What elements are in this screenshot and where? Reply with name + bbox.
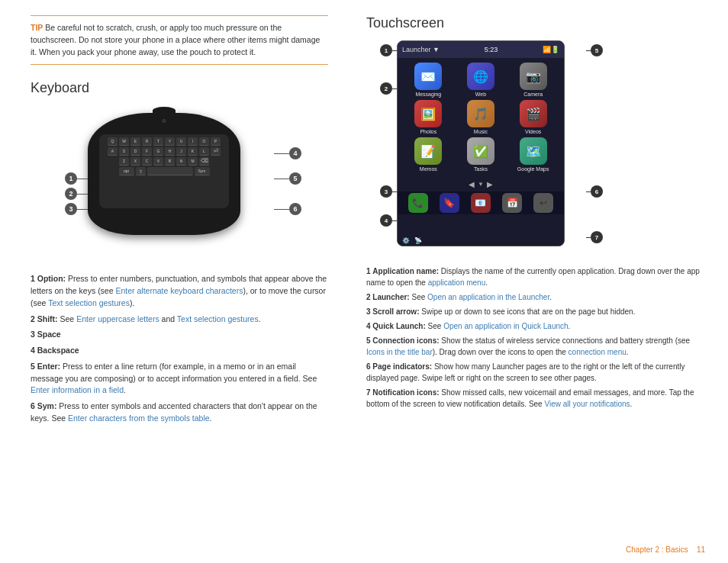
link-open-launcher[interactable]: Open an application in the Launcher	[427, 293, 549, 301]
scroll-indicator: ◀ ▼ ▶	[398, 176, 564, 191]
app-tasks: ✅ Tasks	[456, 137, 506, 172]
touchscreen-desc-list: 1 Application name: Displays the name of…	[366, 265, 705, 410]
tip-text: Be careful not to scratch, crush, or app…	[31, 23, 320, 56]
time-display: 5:23	[485, 46, 498, 53]
kb-item-6: 6 Sym: Press to enter symbols and accent…	[31, 401, 328, 425]
ql-calendar: 📅	[502, 193, 522, 213]
keyboard-image: Q W E R T Y U I O P A	[88, 113, 240, 235]
kb-item-5: 5 Enter: Press to enter a line return (f…	[31, 361, 328, 397]
sc-callout-7: 7	[591, 231, 603, 243]
ql-email: 📧	[471, 193, 491, 213]
kb-item-1: 1 Option: Press to enter numbers, punctu…	[31, 273, 328, 309]
keyboard-image-area: Q W E R T Y U I O P A	[34, 105, 324, 265]
sc-callout-1: 1	[380, 44, 392, 56]
page: TIP Be careful not to scratch, crush, or…	[0, 0, 728, 563]
link-uppercase[interactable]: Enter uppercase letters	[76, 314, 159, 323]
touchscreen-image-area: Launcher ▼ 5:23 📶🔋 ✉️ Messaging 🌐 Web	[366, 40, 610, 258]
ql-browser: 🔖	[440, 193, 459, 213]
link-notifications[interactable]: View all your notifications	[544, 400, 630, 408]
link-title-bar-icons[interactable]: Icons in the title bar	[366, 348, 433, 356]
link-text-selection-1[interactable]: Text selection gestures	[48, 298, 130, 307]
kb-item-3: 3 Space	[31, 329, 328, 341]
sc-callout-3: 3	[380, 185, 392, 198]
footer-page: 11	[697, 545, 705, 554]
keyboard-desc-list: 1 Option: Press to enter numbers, punctu…	[31, 273, 328, 424]
app-grid: ✉️ Messaging 🌐 Web 📷 Camera 🖼️ Photos	[398, 58, 564, 176]
ts-item-1: 1 Application name: Displays the name of…	[366, 265, 705, 288]
sc-callout-2: 2	[380, 82, 392, 95]
ts-item-7: 7 Notification icons: Show missed calls,…	[366, 387, 705, 410]
link-enter-info[interactable]: Enter information in a field	[31, 385, 124, 394]
app-web: 🌐 Web	[456, 63, 506, 97]
callout-1: 1	[65, 172, 77, 185]
link-connection-menu[interactable]: connection menu	[569, 348, 627, 356]
ql-back: ↩	[533, 193, 553, 213]
link-quick-launch[interactable]: Open an application in Quick Launch	[443, 322, 568, 330]
app-name-label: Launcher ▼	[402, 46, 440, 53]
app-messaging: ✉️ Messaging	[404, 63, 453, 97]
link-symbols-table[interactable]: Enter characters from the symbols table	[68, 413, 210, 423]
sc-callout-5: 5	[591, 44, 603, 56]
ts-item-5: 5 Connection icons: Show the status of w…	[366, 335, 705, 358]
ts-item-6: 6 Page indicators: Show how many Launche…	[366, 361, 705, 384]
app-camera: 📷 Camera	[508, 63, 558, 97]
app-music: 🎵 Music	[456, 100, 506, 134]
link-text-selection-2[interactable]: Text selection gestures	[177, 314, 259, 323]
page-footer: Chapter 2 : Basics 11	[626, 545, 705, 554]
ts-item-3: 3 Scroll arrow: Swipe up or down to see …	[366, 306, 705, 317]
tip-label: TIP	[31, 23, 43, 32]
sc-callout-6: 6	[591, 185, 603, 198]
touchscreen-heading: Touchscreen	[366, 15, 705, 31]
ts-item-2: 2 Launcher: See Open an application in t…	[366, 291, 705, 303]
phone-screen: Launcher ▼ 5:23 📶🔋 ✉️ Messaging 🌐 Web	[397, 40, 565, 246]
kb-item-2: 2 Shift: See Enter uppercase letters and…	[31, 314, 328, 326]
app-photos: 🖼️ Photos	[404, 100, 453, 134]
link-app-menu[interactable]: application menu	[428, 278, 486, 287]
right-column: Touchscreen Launcher ▼ 5:23 📶🔋 ✉️ Messag…	[351, 0, 728, 563]
ts-item-4: 4 Quick Launch: See Open an application …	[366, 320, 705, 332]
left-column: TIP Be careful not to scratch, crush, or…	[0, 0, 351, 563]
notification-bar: ⚙️ 📡	[398, 235, 564, 246]
keyboard-heading: Keyboard	[31, 80, 328, 96]
callout-2: 2	[65, 188, 77, 200]
app-memos: 📝 Memos	[404, 137, 453, 172]
callout-6: 6	[289, 203, 301, 215]
callout-4: 4	[289, 147, 301, 159]
sc-callout-4: 4	[380, 214, 392, 227]
app-videos: 🎬 Videos	[508, 100, 558, 134]
link-alternate-chars[interactable]: Enter alternate keyboard characters	[115, 286, 243, 295]
quick-launch-bar: 📞 🔖 📧 📅 ↩	[398, 191, 564, 214]
kb-item-4: 4 Backspace	[31, 345, 328, 357]
footer-chapter: Chapter 2 : Basics	[626, 545, 688, 554]
status-icons: 📶🔋	[543, 46, 559, 53]
callout-3: 3	[65, 203, 77, 215]
callout-5: 5	[289, 172, 301, 185]
status-bar: Launcher ▼ 5:23 📶🔋	[398, 41, 564, 58]
tip-box: TIP Be careful not to scratch, crush, or…	[31, 15, 328, 65]
ql-phone: 📞	[408, 193, 428, 213]
app-maps: 🗺️ Google Maps	[508, 137, 558, 172]
